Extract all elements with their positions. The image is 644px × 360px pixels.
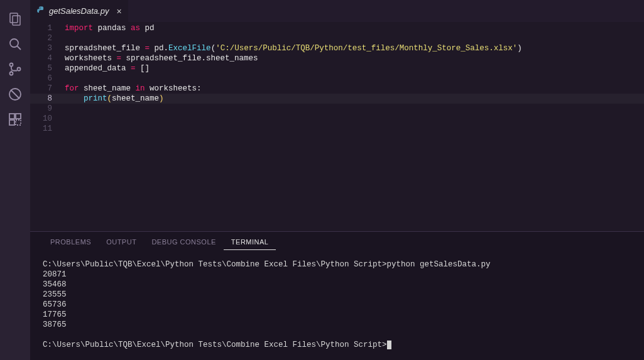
line-number: 9 [30, 104, 65, 114]
terminal-output-line: 17765 [43, 310, 631, 320]
svg-point-6 [18, 68, 21, 71]
tab-terminal[interactable]: TERMINAL [224, 234, 276, 250]
editor-tab[interactable]: getSalesData.py × [30, 0, 128, 22]
code-line: worksheets = spreadsheet_file.sheet_name… [65, 53, 644, 63]
svg-line-3 [18, 46, 21, 50]
code-line [65, 33, 644, 43]
line-number: 6 [30, 74, 65, 84]
code-editor[interactable]: 1 2 3 4 5 6 7 8 9 10 11 import pandas as… [30, 22, 644, 231]
code-line: for sheet_name in worksheets: [65, 84, 644, 94]
python-file-icon [36, 6, 45, 16]
line-number: 7 [30, 84, 65, 94]
search-icon[interactable] [0, 31, 30, 57]
svg-point-4 [10, 63, 13, 67]
svg-rect-10 [16, 114, 21, 119]
svg-point-5 [10, 72, 13, 75]
svg-point-2 [10, 39, 18, 47]
tab-debug-console[interactable]: DEBUG CONSOLE [144, 234, 223, 249]
main-area: getSalesData.py × 1 2 3 4 5 6 7 8 9 10 1… [30, 0, 644, 360]
code-line [65, 124, 644, 134]
svg-line-8 [11, 90, 19, 99]
line-number: 2 [30, 33, 65, 43]
tab-filename: getSalesData.py [49, 6, 109, 16]
code-line: import pandas as pd [65, 23, 644, 33]
terminal-line: C:\Users\Public\TQB\Excel\Python Tests\C… [43, 259, 631, 270]
panel-tab-bar: PROBLEMS OUTPUT DEBUG CONSOLE TERMINAL [30, 232, 644, 252]
tab-problems[interactable]: PROBLEMS [43, 234, 99, 249]
tab-bar: getSalesData.py × [30, 0, 644, 22]
activity-bar [0, 0, 30, 360]
code-line [65, 74, 644, 84]
bottom-panel: PROBLEMS OUTPUT DEBUG CONSOLE TERMINAL C… [30, 231, 644, 360]
tab-output[interactable]: OUTPUT [99, 234, 144, 249]
terminal-output-line: 35468 [43, 280, 631, 290]
line-number: 4 [30, 53, 65, 63]
code-line [65, 104, 644, 114]
svg-rect-12 [16, 120, 21, 125]
live-share-icon[interactable] [0, 82, 30, 107]
explorer-icon[interactable] [0, 6, 30, 31]
line-number: 1 [30, 23, 65, 33]
terminal-output-line: 38765 [43, 320, 631, 330]
terminal-output-line: 65736 [43, 300, 631, 310]
tab-close-icon[interactable]: × [116, 7, 121, 16]
svg-rect-11 [9, 120, 14, 125]
svg-rect-0 [10, 13, 18, 23]
terminal-content[interactable]: C:\Users\Public\TQB\Excel\Python Tests\C… [30, 252, 644, 360]
line-number: 8 [30, 94, 65, 104]
source-control-icon[interactable] [0, 57, 30, 82]
code-line: appended_data = [] [65, 63, 644, 74]
line-number: 5 [30, 63, 65, 74]
line-number-gutter: 1 2 3 4 5 6 7 8 9 10 11 [30, 22, 65, 231]
line-number: 10 [30, 114, 65, 124]
terminal-prompt: C:\Users\Public\TQB\Excel\Python Tests\C… [43, 340, 631, 350]
terminal-output-line: 23555 [43, 290, 631, 300]
code-line: print(sheet_name) [65, 94, 644, 104]
code-line: spreadsheet_file = pd.ExcelFile('C:/User… [65, 43, 644, 53]
line-number: 11 [30, 124, 65, 134]
terminal-cursor [387, 341, 391, 349]
terminal-output-line: 20871 [43, 270, 631, 280]
code-content[interactable]: import pandas as pd spreadsheet_file = p… [65, 22, 644, 231]
svg-rect-9 [9, 114, 14, 119]
layout-icon[interactable] [0, 107, 30, 132]
line-number: 3 [30, 43, 65, 53]
svg-rect-1 [13, 16, 20, 25]
code-line [65, 114, 644, 124]
